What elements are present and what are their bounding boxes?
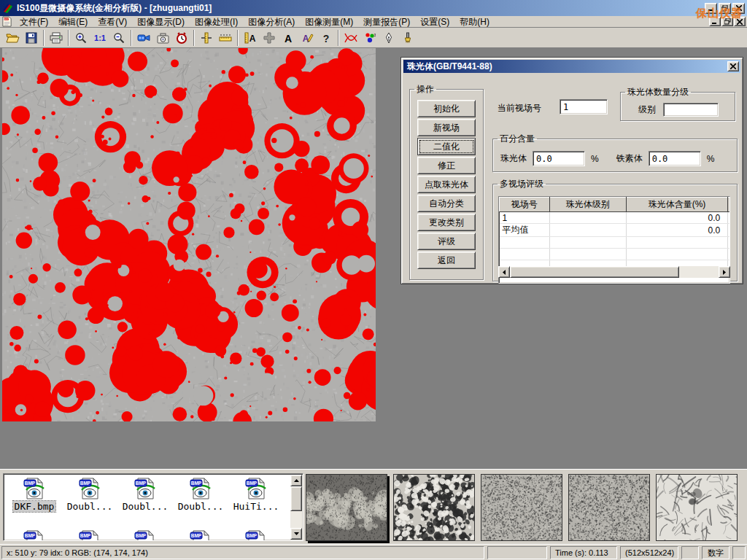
thumbnail-5[interactable]	[656, 474, 738, 541]
capture-camera-button[interactable]	[153, 29, 172, 47]
grid-cross-button[interactable]	[260, 29, 279, 47]
col-ferrite-content[interactable]: 铁素体含量(%)	[728, 198, 730, 212]
table-horizontal-scrollbar[interactable]	[498, 266, 730, 278]
file-item-huiti[interactable]: BMP HuiTi...	[228, 477, 284, 512]
svg-text:?: ?	[323, 33, 330, 44]
binarize-button[interactable]: 二值化	[417, 138, 476, 155]
scroll-thumb[interactable]	[290, 486, 302, 511]
annotate-button[interactable]: A	[298, 29, 317, 47]
file-item[interactable]: BMP	[62, 529, 117, 541]
document-icon[interactable]: DOC	[1, 16, 12, 27]
menu-settings[interactable]: 设置(S)	[415, 16, 454, 28]
child-restore-button[interactable]	[721, 17, 733, 26]
scroll-down-arrow[interactable]	[290, 528, 302, 540]
thumbnail-4[interactable]	[568, 474, 650, 541]
video-camera-button[interactable]	[134, 29, 153, 47]
table-row-empty	[500, 249, 731, 260]
scroll-left-arrow[interactable]	[498, 266, 510, 278]
current-view-input[interactable]	[560, 99, 608, 114]
cell-ferrite	[728, 212, 730, 224]
bmp-file-icon: BMP	[189, 529, 212, 541]
menu-file[interactable]: 文件(F)	[15, 16, 53, 28]
child-close-button[interactable]	[734, 17, 746, 26]
col-pearlite-grade[interactable]: 珠光体级别	[549, 198, 626, 212]
new-field-button[interactable]: 新视场	[417, 119, 476, 136]
text-button[interactable]: A	[279, 29, 298, 47]
thumbnail-3[interactable]	[481, 474, 562, 541]
measure-text-button[interactable]: A	[241, 29, 260, 47]
menu-measure-report[interactable]: 测量报告(P)	[358, 16, 415, 28]
zoom-out-button[interactable]	[109, 29, 128, 47]
multi-field-grading-label: 多视场评级	[498, 178, 546, 190]
bmp-file-icon: BMP	[189, 477, 212, 500]
col-pearlite-content[interactable]: 珠光体含量(%)	[626, 198, 727, 212]
restore-button[interactable]	[719, 3, 731, 14]
file-list-scrollbar[interactable]	[290, 475, 302, 540]
file-item[interactable]: BMP	[7, 529, 62, 541]
ferrite-percent-input[interactable]	[649, 151, 701, 166]
bmp-file-icon: BMP	[244, 529, 268, 541]
file-item[interactable]: BMP	[117, 529, 173, 541]
thumbnail-1[interactable]	[306, 474, 387, 541]
col-view-number[interactable]: 视场号	[500, 198, 550, 212]
timer-clock-button[interactable]	[172, 29, 191, 47]
init-button[interactable]: 初始化	[417, 100, 476, 117]
minimize-button[interactable]	[705, 3, 717, 14]
pick-pearlite-button[interactable]: 点取珠光体	[417, 176, 476, 193]
multi-field-grading-group: 多视场评级 视场号 珠光体级别 珠光体含量(%) 铁素体含量(%) 1	[492, 178, 738, 281]
file-item-doubl-2[interactable]: BMP Doubl...	[117, 477, 173, 512]
auto-classify-button[interactable]: 自动分类	[417, 195, 476, 212]
pearlite-percent-input[interactable]	[533, 151, 585, 166]
file-item[interactable]: BMP	[228, 529, 284, 541]
svg-text:DOC: DOC	[4, 18, 9, 21]
file-item-doubl-3[interactable]: BMP Doubl...	[173, 477, 228, 512]
grade-input[interactable]	[663, 103, 719, 117]
change-class-button[interactable]: 更改类别	[417, 214, 476, 231]
dialog-close-button[interactable]	[727, 61, 739, 71]
status-empty-panel	[487, 546, 547, 559]
caliper-button[interactable]	[197, 29, 216, 47]
table-row[interactable]: 平均值 0.0	[500, 224, 731, 237]
pen-tool-button[interactable]	[379, 29, 398, 47]
correct-button[interactable]: 修正	[417, 157, 476, 174]
thumbnail-2[interactable]	[393, 474, 475, 541]
file-item-doubl-1[interactable]: BMP Doubl...	[62, 477, 117, 512]
menu-help[interactable]: 帮助(H)	[454, 16, 495, 28]
menu-image-analysis[interactable]: 图像分析(A)	[243, 16, 300, 28]
binarized-micrograph-image[interactable]	[2, 48, 376, 421]
dialog-title-bar[interactable]: 珠光体(GB/T9441-88)	[403, 60, 740, 73]
actual-size-button[interactable]: 1:1	[90, 29, 109, 47]
zoom-in-button[interactable]	[71, 29, 90, 47]
file-item-dkf[interactable]: BMP DKF.bmp	[7, 477, 62, 512]
scroll-up-arrow[interactable]	[290, 475, 302, 486]
child-minimize-button[interactable]	[709, 17, 721, 26]
curve-tool-button[interactable]	[341, 29, 360, 47]
status-time: Time (s): 0.113	[550, 546, 617, 559]
open-file-button[interactable]	[3, 29, 22, 47]
window-title: IS100显微摄像系统(金相分析版) - [zhuguangti01]	[17, 2, 212, 15]
menu-image-measure[interactable]: 图像测量(M)	[300, 16, 358, 28]
grade-button[interactable]: 评级	[417, 233, 476, 250]
table-row[interactable]: 1 0.0	[500, 212, 731, 224]
svg-text:A: A	[285, 33, 292, 44]
scroll-right-arrow[interactable]	[719, 266, 730, 278]
file-item[interactable]: BMP	[173, 529, 228, 541]
brush-tool-button[interactable]	[398, 29, 417, 47]
print-button[interactable]	[47, 29, 66, 47]
svg-text:BMP: BMP	[136, 481, 147, 486]
toolbar-separator	[68, 30, 69, 46]
menu-edit[interactable]: 编辑(E)	[53, 16, 93, 28]
menu-view[interactable]: 查看(V)	[93, 16, 132, 28]
return-button[interactable]: 返回	[417, 252, 476, 269]
close-button[interactable]	[732, 3, 745, 14]
save-button[interactable]	[22, 29, 41, 47]
ruler-button[interactable]	[216, 29, 235, 47]
svg-text:BMP: BMP	[247, 533, 258, 538]
toolbar-separator	[193, 30, 195, 46]
menu-image-processing[interactable]: 图像处理(I)	[190, 16, 243, 28]
scroll-track[interactable]	[679, 266, 719, 278]
classify-balls-button[interactable]: 3	[360, 29, 379, 47]
scroll-thumb[interactable]	[510, 266, 679, 278]
help-button[interactable]: ?	[317, 29, 336, 47]
menu-image-display[interactable]: 图像显示(D)	[132, 16, 190, 28]
